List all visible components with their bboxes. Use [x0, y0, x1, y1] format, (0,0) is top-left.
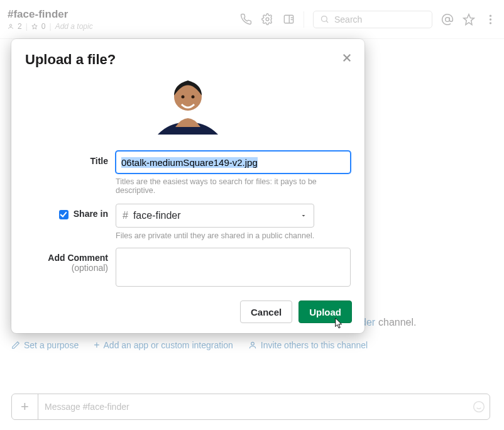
- share-channel-select[interactable]: # face-finder: [116, 204, 314, 228]
- cancel-button[interactable]: Cancel: [240, 300, 292, 323]
- upload-button[interactable]: Upload: [299, 300, 352, 323]
- comment-textarea[interactable]: [116, 248, 351, 287]
- comment-label-text: Add Comment: [48, 253, 108, 263]
- file-preview: [25, 72, 351, 142]
- close-icon[interactable]: [339, 50, 354, 65]
- svg-point-22: [192, 96, 195, 99]
- caret-down-icon: [300, 212, 307, 219]
- modal-title: Upload a file?: [25, 52, 351, 68]
- comment-sublabel: (optional): [25, 263, 108, 273]
- share-checkbox[interactable]: [59, 210, 68, 219]
- share-channel-value: face-finder: [133, 210, 181, 221]
- upload-file-modal: Upload a file? Title Titles are the easi…: [11, 39, 364, 333]
- modal-footer: Cancel Upload: [240, 300, 352, 323]
- title-row: Title Titles are the easiest ways to sea…: [25, 151, 351, 195]
- svg-point-21: [182, 96, 185, 99]
- share-help: Files are private until they are shared …: [116, 231, 351, 240]
- title-help: Titles are the easiest ways to search fo…: [116, 177, 351, 195]
- title-input[interactable]: [116, 151, 351, 174]
- comment-label: Add Comment (optional): [25, 248, 116, 289]
- share-row: Share in # face-finder Files are private…: [25, 204, 351, 240]
- comment-row: Add Comment (optional): [25, 248, 351, 289]
- hash-icon: #: [123, 210, 128, 221]
- share-label: Share in: [74, 209, 108, 219]
- title-label: Title: [25, 151, 116, 195]
